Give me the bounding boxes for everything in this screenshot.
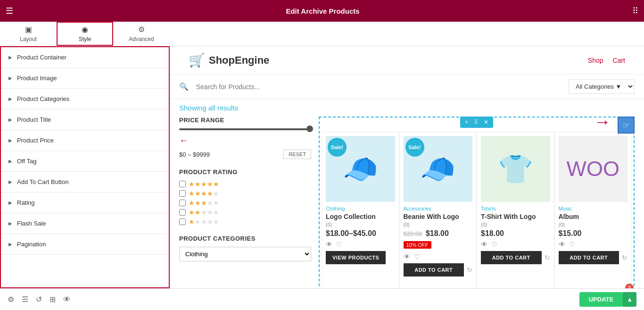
wishlist-icon-2[interactable]: ♡ xyxy=(414,253,420,260)
product-category-2[interactable]: Accessories xyxy=(404,206,473,211)
undo-icon[interactable]: ↺ xyxy=(36,295,42,304)
product-category-1[interactable]: Clothing xyxy=(326,206,395,211)
search-input[interactable] xyxy=(193,80,564,93)
refresh-icon-4[interactable]: ↻ xyxy=(622,254,627,261)
product-price-row-2: $20.00 $18.00 xyxy=(404,229,473,238)
panel-item-product-container[interactable]: ▶ Product Container xyxy=(1,47,169,68)
product-name-1: Logo Collection xyxy=(326,213,395,220)
shop-nav-shop[interactable]: Shop xyxy=(588,57,603,64)
rating-checkbox-3[interactable] xyxy=(179,200,186,206)
toolbar-close-button[interactable]: ✕ xyxy=(482,118,490,126)
tab-style-label: Style xyxy=(79,36,91,42)
refresh-icon-2[interactable]: ↻ xyxy=(467,266,472,274)
product-category-4[interactable]: Music xyxy=(559,206,628,211)
preview-icon[interactable]: 👁 xyxy=(63,295,71,304)
panel-item-product-title[interactable]: ▶ Product Title xyxy=(1,109,169,130)
panel-item-add-to-cart[interactable]: ▶ Add To Cart Button xyxy=(1,172,169,193)
grid-icon[interactable]: ⠿ xyxy=(632,6,638,16)
panel-item-rating[interactable]: ▶ Rating xyxy=(1,193,169,213)
panel-item-product-categories[interactable]: ▶ Product Categories xyxy=(1,89,169,109)
responsive-icon[interactable]: ⊞ xyxy=(50,295,56,304)
panel-item-flash-sale[interactable]: ▶ Flash Sale xyxy=(1,213,169,234)
add-to-cart-button-4[interactable]: ADD TO CART xyxy=(559,251,619,264)
view-icon-2[interactable]: 👁 xyxy=(404,253,410,260)
search-button[interactable]: 🔍 xyxy=(179,82,189,91)
categories-select[interactable]: Clothing xyxy=(179,247,311,261)
view-products-button-1[interactable]: VIEW PRODUCTS xyxy=(326,251,386,264)
layers-icon[interactable]: ☰ xyxy=(22,295,28,304)
hamburger-icon[interactable]: ☰ xyxy=(6,6,13,16)
category-select[interactable]: All Categories ▼ xyxy=(569,79,635,94)
off-tag-2: 10% OFF xyxy=(404,241,431,249)
price-range-section: PRICE RANGE ← $0 – $9999 RESET xyxy=(179,117,311,159)
add-to-cart-button-3[interactable]: ADD TO CART xyxy=(481,251,542,264)
panel-item-label: Product Price xyxy=(17,137,54,144)
panel-item-product-price[interactable]: ▶ Product Price xyxy=(1,130,169,151)
page-title: Edit Archive Products xyxy=(19,7,627,15)
arrow-left-indicator: ← xyxy=(179,135,311,146)
wishlist-icon-3[interactable]: ♡ xyxy=(491,241,497,248)
shop-nav-cart[interactable]: Cart xyxy=(613,57,625,64)
price-range-filled xyxy=(179,128,311,130)
price-range-bar[interactable] xyxy=(179,128,311,130)
rating-row-4: ★★★★★ xyxy=(179,190,311,197)
product-price-1: $18.00–$45.00 xyxy=(326,229,395,238)
product-actions-4: 👁 ♡ xyxy=(559,241,628,248)
product-actions-1: 👁 ♡ xyxy=(326,241,395,248)
settings-icon[interactable]: ⚙ xyxy=(8,295,14,304)
reset-button[interactable]: RESET xyxy=(283,150,311,159)
cart-row-2: ADD TO CART ↻ xyxy=(404,263,473,276)
rating-row-2: ★★★★★ xyxy=(179,209,311,216)
refresh-icon-3[interactable]: ↻ xyxy=(545,254,550,261)
rating-title: PRODUCT RATING xyxy=(179,168,311,176)
price-range-handle[interactable] xyxy=(306,126,313,132)
view-icon-4[interactable]: 👁 xyxy=(559,241,565,248)
panel-item-pagination[interactable]: ▶ Pagination xyxy=(1,234,169,255)
tab-bar: ▣ Layout ◉ Style ⚙ Advanced xyxy=(0,22,644,46)
rating-checkbox-1[interactable] xyxy=(179,218,186,225)
tab-advanced[interactable]: ⚙ Advanced xyxy=(113,22,170,46)
wishlist-icon-4[interactable]: ♡ xyxy=(569,241,575,248)
showing-highlight: all xyxy=(208,104,215,112)
product-name-4: Album xyxy=(559,213,628,220)
product-price-4: $15.00 xyxy=(559,229,628,238)
cart-icon-container[interactable]: 🛒 2 xyxy=(616,287,630,288)
search-bar: 🔍 All Categories ▼ xyxy=(170,75,644,99)
product-rating-4: (0) xyxy=(559,222,628,227)
update-button[interactable]: UPDATE xyxy=(579,292,623,307)
style-icon: ◉ xyxy=(82,25,88,34)
tab-layout-label: Layout xyxy=(20,36,37,42)
product-price-2: $18.00 xyxy=(426,229,449,237)
rating-checkbox-4[interactable] xyxy=(179,190,186,197)
toolbar-move-button[interactable]: ⠿ xyxy=(472,118,480,126)
rating-checkbox-5[interactable] xyxy=(179,181,186,187)
shop-logo-icon: 🛒 xyxy=(189,52,205,68)
product-category-3[interactable]: Tshirts xyxy=(481,206,550,211)
product-image-3: 👕 xyxy=(481,136,550,202)
add-to-cart-button-2[interactable]: ADD TO CART xyxy=(404,263,464,276)
price-display: $0 – $9999 RESET xyxy=(179,150,311,159)
toolbar-add-button[interactable]: + xyxy=(463,118,470,126)
active-element-button[interactable]: ☞ xyxy=(618,117,635,134)
stars-4: ★★★★★ xyxy=(189,190,219,197)
panel-item-label: Flash Sale xyxy=(17,220,46,227)
stars-5: ★★★★★ xyxy=(189,180,219,188)
panel-item-label: Product Image xyxy=(17,75,57,82)
panel-item-product-image[interactable]: ▶ Product Image xyxy=(1,68,169,89)
update-dropdown-button[interactable]: ▲ xyxy=(623,292,636,307)
tab-style[interactable]: ◉ Style xyxy=(57,22,113,46)
chevron-icon: ▶ xyxy=(8,242,12,247)
main-layout: ▶ Product Container ▶ Product Image ▶ Pr… xyxy=(0,46,644,288)
products-grid: ☞ Sale! 🧢 Clothing Logo Collection (0) $… xyxy=(319,117,635,288)
filters-sidebar: PRICE RANGE ← $0 – $9999 RESET PRODUCT R… xyxy=(179,117,311,288)
chevron-icon: ▶ xyxy=(8,117,12,122)
panel-item-off-tag[interactable]: ▶ Off Tag xyxy=(1,151,169,172)
panel-item-label: Product Container xyxy=(17,54,66,61)
view-icon-1[interactable]: 👁 xyxy=(326,241,332,248)
view-icon-3[interactable]: 👁 xyxy=(481,241,487,248)
stars-1: ★★★★★ xyxy=(189,218,219,226)
tab-layout[interactable]: ▣ Layout xyxy=(0,22,57,46)
rating-checkbox-2[interactable] xyxy=(179,209,186,216)
product-badge-2: Sale! xyxy=(405,138,424,157)
wishlist-icon-1[interactable]: ♡ xyxy=(336,241,342,248)
